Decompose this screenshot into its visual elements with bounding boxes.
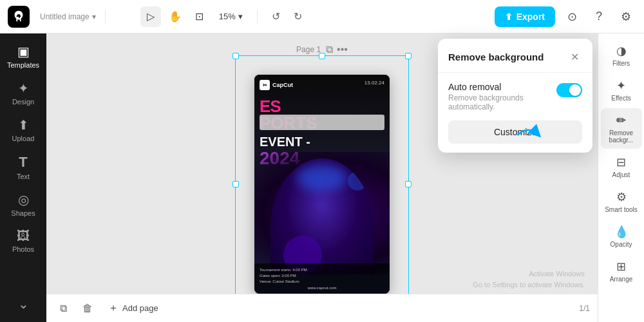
sidebar-item-photos[interactable]: 🖼 Photos	[3, 223, 44, 258]
canvas-inner: ↺ ✂ CapCut 13.02.24 ES PORTS	[254, 75, 390, 294]
zoom-control[interactable]: 15% ▾	[214, 9, 248, 24]
app-logo	[8, 6, 30, 28]
smart-tools-icon: ⚙	[616, 190, 627, 204]
right-item-filters[interactable]: ◑ Filters	[601, 39, 642, 72]
select-tool[interactable]: ▷	[140, 6, 161, 27]
export-label: Export	[516, 12, 545, 22]
design-label: Design	[12, 98, 34, 106]
sidebar-item-upload[interactable]: ⬆ Upload	[3, 112, 44, 147]
handle-tl[interactable]	[232, 53, 239, 59]
headphone-glow	[296, 165, 348, 191]
footer-text-1: Tournament starts: 4:00 PM	[260, 267, 384, 273]
handle-tr[interactable]	[405, 53, 412, 59]
export-button[interactable]: ⬆ Export	[495, 6, 555, 27]
hand-tool[interactable]: ✋	[165, 6, 185, 27]
delete-page-button[interactable]: 🗑	[79, 299, 97, 317]
settings-icon-button[interactable]: ⚙	[616, 6, 636, 27]
zoom-chevron: ▾	[238, 12, 243, 21]
smart-tools-label: Smart tools	[605, 206, 638, 213]
topbar-right: ⬆ Export ⊙ ? ⚙	[495, 6, 636, 27]
templates-label: Templates	[7, 61, 39, 69]
photos-icon: 🖼	[17, 229, 30, 243]
zoom-value: 15%	[219, 12, 236, 21]
sidebar-item-shapes[interactable]: ◎ Shapes	[3, 187, 44, 222]
page-label-icons: ⧉ •••	[326, 44, 348, 55]
effects-icon: ✦	[616, 79, 626, 93]
page-label-text: Page 1	[296, 45, 321, 54]
separator-1	[105, 9, 106, 24]
footer-url: www.capcut.com	[260, 286, 384, 290]
glow-2	[348, 171, 367, 191]
export-icon: ⬆	[505, 12, 513, 22]
canvas-content: ✂ CapCut 13.02.24 ES PORTS EVENT - 2024	[254, 75, 390, 294]
sidebar-left: ▣ Templates ✦ Design ⬆ Upload T Text ◎ S…	[0, 33, 46, 322]
canvas-date: 13.02.24	[365, 80, 384, 86]
sidebar-item-more[interactable]: ⌄	[3, 291, 44, 317]
frame-tool[interactable]: ⊡	[189, 6, 210, 27]
add-page-button[interactable]: ＋ Add page	[103, 299, 164, 317]
help-icon-button[interactable]: ?	[589, 6, 609, 27]
photos-label: Photos	[12, 245, 34, 253]
event-text: EVENT -	[260, 134, 384, 149]
page-label: Page 1 ⧉ •••	[296, 44, 348, 55]
sidebar-item-design[interactable]: ✦ Design	[3, 75, 44, 111]
title-chevron: ▾	[92, 12, 96, 21]
upload-icon: ⬆	[18, 117, 29, 133]
right-item-smart-tools[interactable]: ⚙ Smart tools	[601, 185, 642, 218]
handle-mr[interactable]	[405, 181, 412, 187]
page-copy-icon[interactable]: ⧉	[326, 44, 333, 55]
sidebar-item-templates[interactable]: ▣ Templates	[3, 39, 44, 74]
capcut-logo-icon: ✂	[260, 80, 270, 90]
text-label: Text	[17, 173, 30, 180]
right-item-adjust[interactable]: ⊟ Adjust	[601, 150, 642, 184]
opacity-icon: 💧	[614, 225, 629, 239]
add-page-icon: ＋	[108, 301, 118, 315]
adjust-icon: ⊟	[616, 155, 626, 169]
page-count: 1/1	[579, 304, 590, 313]
bottom-bar: ⧉ 🗑 ＋ Add page 1/1	[46, 294, 598, 322]
text-blur-overlay	[260, 115, 384, 130]
auto-removal-toggle[interactable]	[556, 83, 582, 97]
separator-2	[257, 9, 258, 24]
footer-text-2: Gates open: 3:00 PM	[260, 273, 384, 279]
capcut-logo-text: CapCut	[272, 82, 293, 88]
filters-icon: ◑	[616, 44, 627, 58]
adjust-label: Adjust	[612, 171, 630, 178]
auto-removal-row: Auto removal Remove backgrounds automati…	[448, 82, 582, 111]
sidebar-item-text[interactable]: T Text	[3, 149, 44, 185]
handle-ml[interactable]	[232, 181, 239, 187]
person-silhouette	[270, 158, 374, 274]
filters-label: Filters	[612, 60, 630, 67]
shield-icon-button[interactable]: ⊙	[562, 6, 582, 27]
undo-button[interactable]: ↺	[267, 7, 286, 26]
arrow-indicator	[512, 119, 544, 154]
design-icon: ✦	[18, 80, 29, 96]
right-item-opacity[interactable]: 💧 Opacity	[601, 220, 642, 253]
more-icon: ⌄	[18, 296, 29, 312]
remove-bg-label: Remove backgr...	[603, 129, 639, 144]
right-item-arrange[interactable]: ⊞ Arrange	[601, 254, 642, 288]
arrange-label: Arrange	[610, 276, 633, 283]
popup-close-button[interactable]: ✕	[567, 49, 582, 64]
redo-button[interactable]: ↻	[289, 7, 308, 26]
watermark: Activate Windows Go to Settings to activ…	[473, 269, 585, 290]
opacity-label: Opacity	[611, 241, 632, 248]
add-page-label: Add page	[122, 303, 158, 313]
canvas-footer: Tournament starts: 4:00 PM Gates open: 3…	[254, 263, 390, 294]
auto-removal-subtitle: Remove backgrounds automatically.	[448, 93, 545, 111]
right-item-effects[interactable]: ✦ Effects	[601, 73, 642, 107]
topbar: Untitled image ▾ ▷ ✋ ⊡ 15% ▾ ↺ ↻ ⬆ Expor…	[0, 0, 644, 33]
watermark-line2: Go to Settings to activate Windows.	[473, 279, 585, 290]
toolbar-tools: ▷ ✋ ⊡ 15% ▾	[140, 6, 248, 27]
shapes-icon: ◎	[18, 192, 29, 207]
page-more-icon[interactable]: •••	[337, 44, 348, 55]
popup-header: Remove background ✕	[438, 39, 592, 73]
remove-bg-icon: ✏	[616, 113, 626, 128]
watermark-line1: Activate Windows	[473, 269, 585, 279]
document-title: Untitled image	[40, 12, 90, 21]
canvas-person	[254, 152, 390, 274]
auto-removal-text: Auto removal Remove backgrounds automati…	[448, 82, 545, 111]
document-title-area[interactable]: Untitled image ▾	[40, 12, 96, 21]
copy-page-button[interactable]: ⧉	[54, 299, 72, 317]
right-item-remove-bg[interactable]: ✏ Remove backgr...	[601, 108, 642, 149]
